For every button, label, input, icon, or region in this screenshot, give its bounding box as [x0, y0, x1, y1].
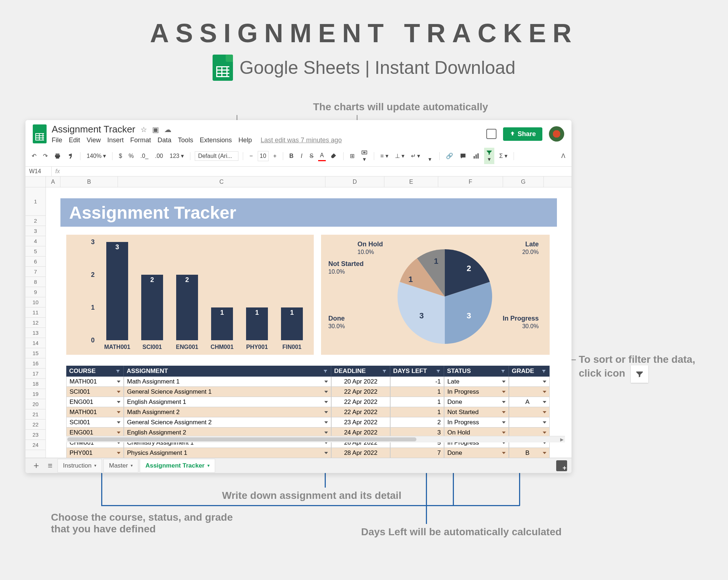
table-cell[interactable]: Not Started: [444, 407, 509, 417]
dropdown-icon[interactable]: [324, 401, 328, 403]
dropdown-icon[interactable]: [502, 421, 506, 424]
table-cell[interactable]: Done: [444, 448, 509, 458]
filter-icon[interactable]: [436, 369, 441, 373]
col-header[interactable]: A: [46, 176, 60, 187]
spreadsheet-grid[interactable]: Assignment Tracker 0123322111 MATH001SCI…: [46, 187, 571, 458]
doc-title[interactable]: Assignment Tracker: [52, 124, 135, 135]
table-cell[interactable]: Late: [444, 377, 509, 387]
table-cell[interactable]: 1: [390, 387, 444, 397]
cell-reference[interactable]: W14: [25, 167, 52, 176]
dropdown-icon[interactable]: [502, 411, 506, 413]
decrease-decimal-button[interactable]: .0_: [139, 151, 150, 161]
row-header[interactable]: 2: [25, 216, 46, 226]
sheet-tab[interactable]: Instruction▾: [58, 459, 102, 473]
menu-tools[interactable]: Tools: [178, 136, 193, 144]
table-cell[interactable]: [509, 387, 550, 397]
filter-icon[interactable]: [541, 369, 546, 373]
dropdown-icon[interactable]: [502, 391, 506, 393]
row-header[interactable]: 6: [25, 257, 46, 267]
row-header[interactable]: 20: [25, 399, 46, 409]
dropdown-icon[interactable]: [543, 432, 546, 434]
text-color-button[interactable]: A: [318, 151, 326, 161]
dropdown-icon[interactable]: [117, 432, 120, 434]
table-cell[interactable]: MATH001: [66, 407, 124, 417]
table-cell[interactable]: [509, 407, 550, 417]
dropdown-icon[interactable]: [117, 452, 120, 454]
undo-button[interactable]: ↶: [30, 151, 38, 161]
table-cell[interactable]: Math Assignment 1: [124, 377, 331, 387]
dropdown-icon[interactable]: [502, 452, 506, 454]
scroll-thumb[interactable]: [67, 437, 416, 441]
increase-decimal-button[interactable]: .00: [153, 151, 165, 161]
table-cell[interactable]: 20 Apr 2022: [331, 377, 390, 387]
table-cell[interactable]: 22 Apr 2022: [331, 397, 390, 407]
filter-button[interactable]: ▾: [484, 148, 494, 164]
col-header[interactable]: E: [384, 176, 438, 187]
h-align-button[interactable]: ≡ ▾: [379, 151, 390, 161]
v-align-button[interactable]: ⊥ ▾: [393, 151, 406, 161]
row-header[interactable]: 24: [25, 440, 46, 450]
row-header[interactable]: 14: [25, 338, 46, 348]
row-header[interactable]: 4: [25, 236, 46, 246]
bold-button[interactable]: B: [288, 151, 296, 161]
dropdown-icon[interactable]: [324, 452, 328, 454]
rotate-button[interactable]: ▾: [425, 148, 435, 164]
dropdown-icon[interactable]: [543, 381, 546, 383]
table-cell[interactable]: 1: [390, 397, 444, 407]
dropdown-icon[interactable]: [543, 401, 546, 403]
select-all-corner[interactable]: [25, 176, 46, 187]
row-header[interactable]: 3: [25, 226, 46, 236]
row-header[interactable]: 23: [25, 430, 46, 440]
fill-color-button[interactable]: [329, 151, 339, 161]
format-currency-button[interactable]: $: [117, 151, 124, 161]
scroll-right-icon[interactable]: ▶: [558, 436, 565, 442]
dropdown-icon[interactable]: [543, 411, 546, 413]
table-cell[interactable]: SCI001: [66, 387, 124, 397]
column-header[interactable]: STATUS: [444, 366, 509, 377]
column-header[interactable]: ASSIGNMENT: [124, 366, 331, 377]
last-edit-info[interactable]: Last edit was 7 minutes ago: [261, 136, 342, 144]
zoom-select[interactable]: 140% ▾: [85, 151, 108, 161]
wrap-button[interactable]: ↵ ▾: [409, 151, 422, 161]
row-header[interactable]: 10: [25, 297, 46, 307]
dropdown-icon[interactable]: [502, 401, 506, 403]
table-cell[interactable]: Done: [444, 397, 509, 407]
star-icon[interactable]: ☆: [141, 125, 147, 134]
row-header[interactable]: 13: [25, 328, 46, 338]
comments-icon[interactable]: [486, 129, 496, 139]
print-button[interactable]: [52, 151, 63, 161]
col-header[interactable]: B: [60, 176, 118, 187]
chart-button[interactable]: [471, 151, 481, 161]
row-header[interactable]: 19: [25, 389, 46, 399]
menu-edit[interactable]: Edit: [69, 136, 80, 144]
table-cell[interactable]: 22 Apr 2022: [331, 387, 390, 397]
row-header[interactable]: 7: [25, 267, 46, 277]
dropdown-icon[interactable]: [502, 381, 506, 383]
chevron-down-icon[interactable]: ▾: [94, 463, 96, 468]
table-cell[interactable]: 28 Apr 2022: [331, 448, 390, 458]
sheet-tab[interactable]: Assignment Tracker▾: [140, 459, 215, 473]
table-cell[interactable]: General Science Assignment 2: [124, 417, 331, 428]
horizontal-scrollbar[interactable]: ◀ ▶: [66, 436, 565, 442]
row-header[interactable]: 9: [25, 287, 46, 297]
table-cell[interactable]: English Assignment 1: [124, 397, 331, 407]
table-cell[interactable]: MATH001: [66, 377, 124, 387]
sheets-doc-icon[interactable]: [33, 124, 47, 143]
table-cell[interactable]: 23 Apr 2022: [331, 417, 390, 428]
paint-format-button[interactable]: [66, 151, 76, 161]
filter-icon[interactable]: [500, 369, 506, 373]
table-cell[interactable]: B: [509, 448, 550, 458]
column-header[interactable]: DEADLINE: [331, 366, 390, 377]
row-header[interactable]: 22: [25, 420, 46, 430]
row-header[interactable]: 17: [25, 369, 46, 379]
menu-insert[interactable]: Insert: [107, 136, 124, 144]
sheet-tab[interactable]: Master▾: [103, 459, 138, 473]
dropdown-icon[interactable]: [543, 452, 546, 454]
borders-button[interactable]: ⊞: [348, 151, 356, 161]
col-header[interactable]: D: [325, 176, 384, 187]
italic-button[interactable]: I: [298, 151, 305, 161]
row-header[interactable]: 12: [25, 318, 46, 328]
menu-help[interactable]: Help: [238, 136, 252, 144]
cloud-icon[interactable]: ☁: [164, 125, 171, 134]
column-header[interactable]: COURSE: [66, 366, 124, 377]
